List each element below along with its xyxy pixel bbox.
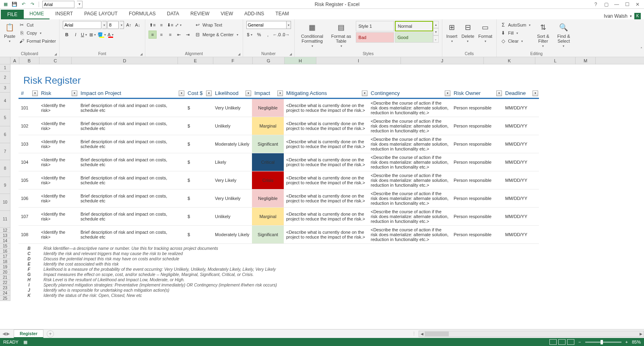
column-header-D[interactable]: D: [72, 57, 178, 64]
font-dialog-launcher[interactable]: ◢: [140, 52, 142, 56]
row-header-12[interactable]: 12: [0, 228, 10, 233]
row-header-7[interactable]: 7: [0, 143, 10, 160]
underline-button[interactable]: U▾: [80, 31, 89, 39]
table-header[interactable]: Impact on Project▾: [78, 89, 185, 99]
close-icon[interactable]: ✕: [634, 2, 641, 7]
row-header-2[interactable]: 2: [0, 72, 10, 84]
table-cell[interactable]: 107: [19, 208, 39, 226]
table-cell[interactable]: Person responsible: [451, 226, 503, 244]
table-cell[interactable]: <Identify the risk>: [39, 189, 78, 208]
redo-icon[interactable]: ↷: [29, 1, 35, 8]
table-cell[interactable]: 104: [19, 153, 39, 171]
table-cell[interactable]: MM/DD/YY: [503, 99, 539, 117]
table-cell[interactable]: <Describe what is currently done on the …: [284, 226, 368, 244]
row-header-21[interactable]: 21: [0, 275, 10, 280]
row-header-10[interactable]: 10: [0, 194, 10, 211]
tab-view[interactable]: VIEW: [215, 9, 239, 19]
row-header-14[interactable]: 14: [0, 238, 10, 243]
delete-cells-button[interactable]: ⊟Delete▾: [461, 21, 475, 44]
table-cell[interactable]: Person responsible: [451, 135, 503, 153]
increase-indent-button[interactable]: ⇥: [184, 31, 192, 39]
tab-review[interactable]: REVIEW: [185, 9, 215, 19]
table-cell[interactable]: Marginal: [252, 208, 284, 226]
spreadsheet-grid[interactable]: 1234567891011121314151617181920212223242…: [0, 64, 644, 314]
decrease-indent-button[interactable]: ⇤: [175, 31, 183, 39]
table-cell[interactable]: <Describe the course of action if the ri…: [368, 135, 451, 153]
table-cell[interactable]: Brief description of risk and impact on …: [78, 171, 185, 189]
table-cell[interactable]: Person responsible: [451, 189, 503, 208]
table-header[interactable]: Deadline▾: [503, 89, 539, 99]
table-cell[interactable]: <Identify the risk>: [39, 208, 78, 226]
accounting-format-button[interactable]: $▾: [246, 31, 254, 39]
table-cell[interactable]: 102: [19, 117, 39, 135]
fill-color-button[interactable]: 🪣▾: [98, 31, 106, 39]
row-header-24[interactable]: 24: [0, 290, 10, 296]
table-cell[interactable]: Negligible: [252, 189, 284, 208]
table-cell[interactable]: <Identify the risk>: [39, 171, 78, 189]
clear-button[interactable]: ◇Clear▾: [500, 37, 532, 45]
row-header-20[interactable]: 20: [0, 270, 10, 275]
column-header-L[interactable]: L: [535, 57, 576, 64]
number-format-dropdown[interactable]: ▾: [287, 21, 291, 29]
row-header-16[interactable]: 16: [0, 249, 10, 254]
row-header-1[interactable]: 1: [0, 64, 10, 72]
table-header[interactable]: Mitigating Actions▾: [284, 89, 368, 99]
orientation-button[interactable]: ⤢▾: [175, 21, 183, 29]
table-cell[interactable]: MM/DD/YY: [503, 189, 539, 208]
table-cell[interactable]: Significant: [252, 226, 284, 244]
column-header-I[interactable]: I: [316, 57, 401, 64]
number-dialog-launcher[interactable]: ◢: [289, 52, 292, 56]
row-header-11[interactable]: 11: [0, 211, 10, 228]
tab-insert[interactable]: INSERT: [50, 9, 78, 19]
table-cell[interactable]: Brief description of risk and impact on …: [78, 117, 185, 135]
cell-style-good[interactable]: Good: [395, 32, 433, 43]
table-cell[interactable]: 108: [19, 226, 39, 244]
table-cell[interactable]: Brief description of risk and impact on …: [78, 99, 185, 117]
table-cell[interactable]: Brief description of risk and impact on …: [78, 226, 185, 244]
column-header-J[interactable]: J: [401, 57, 484, 64]
table-cell[interactable]: Brief description of risk and impact on …: [78, 208, 185, 226]
row-header-25[interactable]: 25: [0, 296, 10, 301]
table-cell[interactable]: Person responsible: [451, 208, 503, 226]
paste-button[interactable]: 📋 Paste ▾: [3, 21, 16, 44]
cell-style-bad[interactable]: Bad: [356, 32, 394, 43]
table-header[interactable]: Risk▾: [39, 89, 78, 99]
font-name-input[interactable]: [63, 21, 101, 29]
decrease-decimal-button[interactable]: .0→: [282, 31, 290, 39]
percent-format-button[interactable]: %: [255, 31, 263, 39]
table-cell[interactable]: Person responsible: [451, 153, 503, 171]
table-cell[interactable]: 101: [19, 99, 39, 117]
table-cell[interactable]: <Describe what is currently done on the …: [284, 153, 368, 171]
clipboard-dialog-launcher[interactable]: ◢: [54, 52, 57, 56]
row-header-17[interactable]: 17: [0, 254, 10, 259]
font-name-dropdown[interactable]: ▾: [102, 21, 107, 29]
table-cell[interactable]: <Describe what is currently done on the …: [284, 117, 368, 135]
borders-button[interactable]: ⊞▾: [89, 31, 97, 39]
ribbon-options-icon[interactable]: ▢: [603, 2, 609, 7]
row-header-19[interactable]: 19: [0, 264, 10, 270]
tab-file[interactable]: FILE: [1, 10, 24, 19]
qat-font-input[interactable]: [42, 1, 74, 8]
table-cell[interactable]: <Identify the risk>: [39, 135, 78, 153]
align-middle-button[interactable]: ≡: [157, 21, 165, 29]
row-header-23[interactable]: 23: [0, 285, 10, 290]
undo-icon[interactable]: ↶: [20, 1, 27, 8]
table-cell[interactable]: <Describe what is currently done on the …: [284, 171, 368, 189]
table-cell[interactable]: Moderately Likely: [213, 226, 252, 244]
table-header[interactable]: Contingency▾: [368, 89, 451, 99]
column-header-A[interactable]: A: [10, 57, 19, 64]
table-cell[interactable]: <Identify the risk>: [39, 153, 78, 171]
font-size-dropdown[interactable]: ▾: [120, 21, 124, 29]
cut-button[interactable]: ✂Cut: [19, 21, 56, 29]
table-cell[interactable]: MM/DD/YY: [503, 208, 539, 226]
table-cell[interactable]: 103: [19, 135, 39, 153]
cell-styles-gallery[interactable]: Style 1 Normal Bad Good: [356, 21, 433, 43]
align-left-button[interactable]: ≡: [149, 31, 157, 39]
filter-dropdown-icon[interactable]: ▾: [362, 91, 367, 96]
align-bottom-button[interactable]: ⬇≡: [166, 21, 174, 29]
grow-font-button[interactable]: A↑: [125, 21, 133, 29]
table-cell[interactable]: Unlikely: [213, 208, 252, 226]
tab-add-ins[interactable]: ADD-INS: [239, 9, 270, 19]
table-cell[interactable]: Person responsible: [451, 171, 503, 189]
filter-dropdown-icon[interactable]: ▾: [533, 91, 538, 96]
